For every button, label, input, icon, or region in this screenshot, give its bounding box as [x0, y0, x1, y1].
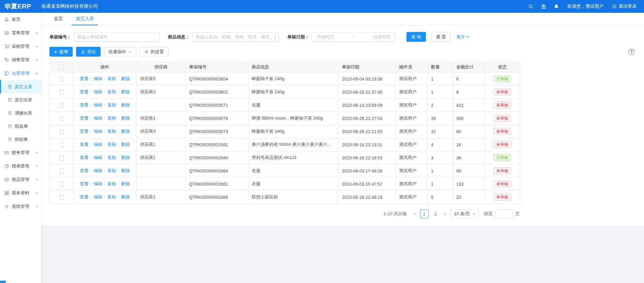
next-page-button[interactable]: > [443, 212, 446, 217]
help-icon[interactable]: ? [629, 49, 635, 55]
row-action-copy[interactable]: 复制 [107, 76, 116, 81]
row-action-delete[interactable]: 删除 [121, 76, 130, 81]
row-action-view[interactable]: 查看 [80, 129, 88, 134]
page-size-value: 10 条/页 [454, 211, 470, 217]
row-action-edit[interactable]: 编辑 [94, 168, 102, 173]
sidebar-subitem-disassembly[interactable]: 拆卸单 [0, 133, 41, 146]
row-action-copy[interactable]: 复制 [107, 102, 116, 107]
row-action-view[interactable]: 查看 [80, 168, 88, 173]
sidebar-item-reports[interactable]: 报表查询 [0, 159, 41, 173]
bell-icon[interactable] [554, 4, 559, 9]
batch-actions-button[interactable]: 批量操作 [104, 47, 136, 57]
row-checkbox[interactable] [59, 129, 64, 134]
sidebar-subitem-assembly[interactable]: 组装单 [0, 120, 41, 133]
column-settings-button[interactable]: 列设置 [140, 47, 169, 57]
action-divider [91, 116, 91, 120]
action-divider [118, 103, 119, 107]
row-checkbox[interactable] [59, 77, 64, 82]
sidebar-item-basic-data[interactable]: 基本资料 [0, 186, 41, 200]
prev-page-button[interactable]: < [414, 212, 417, 217]
sidebar-item-sales[interactable]: 销售管理 [0, 53, 41, 67]
row-checkbox[interactable] [59, 90, 64, 95]
jump-page-input[interactable] [495, 210, 513, 218]
row-action-edit[interactable]: 编辑 [94, 129, 102, 134]
sidebar-item-warehouse[interactable]: 仓库管理 [0, 67, 41, 80]
row-action-delete[interactable]: 删除 [121, 168, 130, 173]
row-action-edit[interactable]: 编辑 [94, 142, 102, 147]
row-action-delete[interactable]: 删除 [121, 116, 130, 121]
cell-doc-no: QTRK00000003602 [186, 86, 248, 99]
table-row: 查看编辑复制删除供应商1QTRK00000002485联想小新鼠标2023-05… [50, 191, 520, 204]
row-action-edit[interactable]: 编辑 [94, 194, 102, 199]
row-checkbox[interactable] [59, 182, 64, 187]
export-button[interactable]: 导出 [76, 47, 101, 57]
sidebar-item-finance[interactable]: 财务管理 [0, 146, 41, 159]
row-action-copy[interactable]: 复制 [107, 129, 116, 134]
row-action-edit[interactable]: 编辑 [94, 116, 102, 121]
row-action-edit[interactable]: 编辑 [94, 89, 102, 94]
row-checkbox[interactable] [59, 195, 64, 200]
tab-other-inbound[interactable]: 其它入库 [72, 13, 98, 25]
row-action-view[interactable]: 查看 [80, 116, 88, 121]
row-action-delete[interactable]: 删除 [121, 181, 130, 186]
sidebar-item-home[interactable]: 首页 [0, 13, 41, 26]
row-action-delete[interactable]: 删除 [121, 89, 130, 94]
add-button[interactable]: + 新增 [49, 47, 73, 57]
sidebar-item-purchase[interactable]: 采购管理 [0, 40, 41, 53]
row-action-view[interactable]: 查看 [80, 155, 88, 160]
action-divider [118, 143, 119, 146]
row-action-edit[interactable]: 编辑 [94, 102, 102, 107]
page-size-select[interactable]: 10 条/页 [451, 210, 479, 218]
chevron-down-icon [35, 58, 38, 62]
row-action-view[interactable]: 查看 [80, 76, 88, 81]
row-action-edit[interactable]: 编辑 [94, 181, 102, 186]
product-info-input[interactable] [192, 32, 279, 42]
sidebar-subitem-transfer-out[interactable]: 调拨出库 [0, 106, 41, 120]
date-range-picker[interactable]: 开始时间 ~ 结束时间 [312, 32, 396, 42]
row-action-edit[interactable]: 编辑 [94, 155, 102, 160]
organization-icon[interactable] [541, 4, 546, 9]
logout-button[interactable]: 退出登录 [612, 3, 637, 9]
row-action-view[interactable]: 查看 [80, 181, 88, 186]
row-action-copy[interactable]: 复制 [107, 142, 116, 147]
action-divider [118, 116, 119, 120]
page-1-button[interactable]: 1 [420, 210, 429, 218]
row-action-edit[interactable]: 编辑 [94, 76, 102, 81]
expand-filters-link[interactable]: 展开 [456, 34, 470, 40]
row-action-copy[interactable]: 复制 [107, 116, 116, 121]
row-action-view[interactable]: 查看 [80, 142, 88, 147]
row-action-copy[interactable]: 复制 [107, 155, 116, 160]
sidebar-item-retail[interactable]: 零售管理 [0, 26, 41, 40]
doc-no-input[interactable] [74, 32, 159, 42]
tab-home[interactable]: 首页 [50, 13, 67, 25]
row-action-view[interactable]: 查看 [80, 194, 88, 199]
search-button[interactable]: 查 询 [406, 32, 426, 42]
sidebar-subitem-other-inbound[interactable]: 其它入库 [0, 80, 41, 93]
row-action-copy[interactable]: 复制 [107, 89, 116, 94]
row-action-copy[interactable]: 复制 [107, 168, 116, 173]
row-checkbox[interactable] [59, 116, 64, 121]
row-action-delete[interactable]: 删除 [121, 155, 130, 160]
row-checkbox[interactable] [59, 103, 64, 108]
reset-button[interactable]: 重 置 [431, 32, 451, 42]
row-action-delete[interactable]: 删除 [121, 194, 130, 199]
cell-status: 已审核 [485, 151, 520, 164]
row-action-view[interactable]: 查看 [80, 102, 88, 107]
row-action-delete[interactable]: 删除 [121, 129, 130, 134]
row-action-view[interactable]: 查看 [80, 89, 88, 94]
row-action-copy[interactable]: 复制 [107, 194, 116, 199]
sidebar-item-products[interactable]: 商品管理 [0, 173, 41, 186]
row-checkbox[interactable] [59, 156, 64, 160]
select-all-checkbox[interactable] [59, 65, 64, 70]
row-select-cell [50, 125, 73, 138]
row-action-copy[interactable]: 复制 [107, 181, 116, 186]
sidebar-item-system[interactable]: 系统管理 [0, 200, 41, 213]
sidebar-subitem-other-outbound[interactable]: 其它出库 [0, 93, 41, 106]
cell-doc-date: 2023-06-26 22:27:03 [338, 112, 396, 125]
search-icon[interactable] [528, 4, 533, 9]
row-action-delete[interactable]: 删除 [121, 142, 130, 147]
row-action-delete[interactable]: 删除 [121, 102, 130, 107]
row-checkbox[interactable] [59, 143, 64, 147]
page-2-button[interactable]: 2 [431, 210, 440, 218]
row-checkbox[interactable] [59, 169, 64, 174]
